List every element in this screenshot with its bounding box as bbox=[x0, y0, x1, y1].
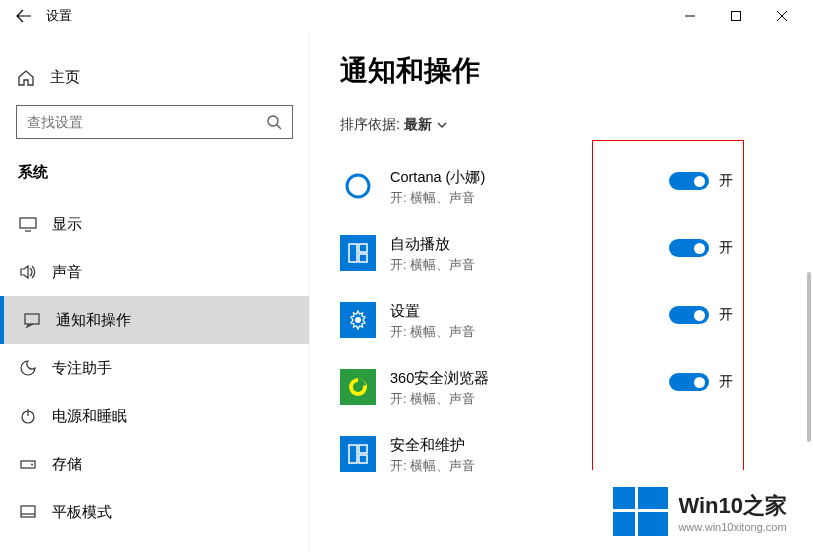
back-arrow-icon bbox=[16, 8, 32, 24]
watermark-url: www.win10xitong.com bbox=[678, 521, 787, 533]
svg-point-10 bbox=[31, 464, 33, 466]
tablet-icon bbox=[18, 503, 38, 521]
sound-icon bbox=[18, 263, 38, 281]
storage-icon bbox=[18, 455, 38, 473]
sort-value: 最新 bbox=[404, 116, 432, 134]
watermark-title: Win10之家 bbox=[678, 491, 787, 521]
svg-rect-21 bbox=[359, 445, 367, 453]
app-name: 360安全浏览器 bbox=[390, 369, 669, 388]
power-icon bbox=[18, 407, 38, 425]
maximize-button[interactable] bbox=[713, 0, 759, 32]
close-icon bbox=[776, 10, 788, 22]
back-button[interactable] bbox=[8, 0, 40, 32]
sidebar-item-label: 声音 bbox=[52, 263, 82, 282]
search-icon bbox=[266, 114, 282, 130]
sidebar-item-display[interactable]: 显示 bbox=[16, 200, 293, 248]
sidebar-item-label: 显示 bbox=[52, 215, 82, 234]
maximize-icon bbox=[730, 10, 742, 22]
page-title: 通知和操作 bbox=[340, 52, 813, 90]
sidebar-item-sound[interactable]: 声音 bbox=[16, 248, 293, 296]
focus-icon bbox=[18, 359, 38, 377]
app-list: Cortana (小娜) 开: 横幅、声音 开 自动播放 开: 横幅、声音 开 bbox=[340, 154, 813, 489]
svg-rect-4 bbox=[20, 218, 36, 228]
sidebar: 主页 系统 显示 声音 通知和操作 专注助手 电源和睡眠 bbox=[0, 32, 310, 552]
sidebar-item-power[interactable]: 电源和睡眠 bbox=[16, 392, 293, 440]
cortana-icon bbox=[340, 168, 376, 204]
svg-rect-6 bbox=[25, 314, 39, 324]
app-status: 开: 横幅、声音 bbox=[390, 390, 669, 408]
sidebar-item-focus[interactable]: 专注助手 bbox=[16, 344, 293, 392]
sidebar-item-notifications[interactable]: 通知和操作 bbox=[0, 296, 309, 344]
app-status: 开: 横幅、声音 bbox=[390, 189, 669, 207]
app-name: 设置 bbox=[390, 302, 669, 321]
svg-line-3 bbox=[277, 125, 281, 129]
sidebar-item-tablet[interactable]: 平板模式 bbox=[16, 488, 293, 536]
sidebar-item-label: 平板模式 bbox=[52, 503, 112, 522]
category-label: 系统 bbox=[16, 163, 293, 182]
svg-rect-11 bbox=[21, 506, 35, 517]
toggle-label: 开 bbox=[719, 306, 733, 324]
autoplay-icon bbox=[340, 235, 376, 271]
sort-label: 排序依据: bbox=[340, 116, 400, 134]
toggle-label: 开 bbox=[719, 373, 733, 391]
settings-icon bbox=[340, 302, 376, 338]
svg-rect-15 bbox=[359, 244, 367, 252]
window-controls bbox=[667, 0, 805, 32]
svg-rect-14 bbox=[349, 244, 357, 262]
sidebar-item-label: 专注助手 bbox=[52, 359, 112, 378]
app-row-cortana[interactable]: Cortana (小娜) 开: 横幅、声音 开 bbox=[340, 154, 813, 221]
sidebar-item-storage[interactable]: 存储 bbox=[16, 440, 293, 488]
app-row-360browser[interactable]: 360安全浏览器 开: 横幅、声音 开 bbox=[340, 355, 813, 422]
minimize-icon bbox=[684, 10, 696, 22]
home-button[interactable]: 主页 bbox=[16, 62, 293, 93]
app-row-security[interactable]: 安全和维护 开: 横幅、声音 bbox=[340, 422, 813, 489]
app-status: 开: 横幅、声音 bbox=[390, 323, 669, 341]
app-name: Cortana (小娜) bbox=[390, 168, 669, 187]
svg-rect-22 bbox=[359, 455, 367, 463]
360browser-icon bbox=[340, 369, 376, 405]
chevron-down-icon bbox=[436, 119, 448, 131]
sidebar-item-label: 通知和操作 bbox=[56, 311, 131, 330]
titlebar: 设置 bbox=[0, 0, 813, 32]
toggle-360browser[interactable] bbox=[669, 373, 709, 391]
svg-rect-1 bbox=[732, 12, 741, 21]
toggle-autoplay[interactable] bbox=[669, 239, 709, 257]
close-button[interactable] bbox=[759, 0, 805, 32]
svg-point-13 bbox=[347, 175, 369, 197]
svg-rect-16 bbox=[359, 254, 367, 262]
display-icon bbox=[18, 215, 38, 233]
notifications-icon bbox=[22, 311, 42, 329]
svg-rect-20 bbox=[349, 445, 357, 463]
sidebar-item-label: 电源和睡眠 bbox=[52, 407, 127, 426]
home-icon bbox=[16, 69, 36, 87]
home-label: 主页 bbox=[50, 68, 80, 87]
sort-dropdown[interactable]: 排序依据: 最新 bbox=[340, 116, 813, 134]
toggle-label: 开 bbox=[719, 239, 733, 257]
app-status: 开: 横幅、声音 bbox=[390, 256, 669, 274]
main-content: 通知和操作 排序依据: 最新 Cortana (小娜) 开: 横幅、声音 开 bbox=[310, 32, 813, 552]
toggle-cortana[interactable] bbox=[669, 172, 709, 190]
sidebar-item-label: 存储 bbox=[52, 455, 82, 474]
app-row-settings[interactable]: 设置 开: 横幅、声音 开 bbox=[340, 288, 813, 355]
toggle-label: 开 bbox=[719, 172, 733, 190]
app-name: 安全和维护 bbox=[390, 436, 813, 455]
windows-logo-icon bbox=[613, 487, 668, 536]
watermark: Win10之家 www.win10xitong.com bbox=[613, 487, 787, 536]
app-status: 开: 横幅、声音 bbox=[390, 457, 813, 475]
toggle-settings[interactable] bbox=[669, 306, 709, 324]
app-row-autoplay[interactable]: 自动播放 开: 横幅、声音 开 bbox=[340, 221, 813, 288]
scrollbar[interactable] bbox=[807, 272, 811, 442]
app-name: 自动播放 bbox=[390, 235, 669, 254]
search-input[interactable] bbox=[27, 114, 266, 130]
svg-point-17 bbox=[355, 317, 361, 323]
security-icon bbox=[340, 436, 376, 472]
minimize-button[interactable] bbox=[667, 0, 713, 32]
svg-point-2 bbox=[268, 116, 278, 126]
window-title: 设置 bbox=[46, 7, 72, 25]
search-box[interactable] bbox=[16, 105, 293, 139]
